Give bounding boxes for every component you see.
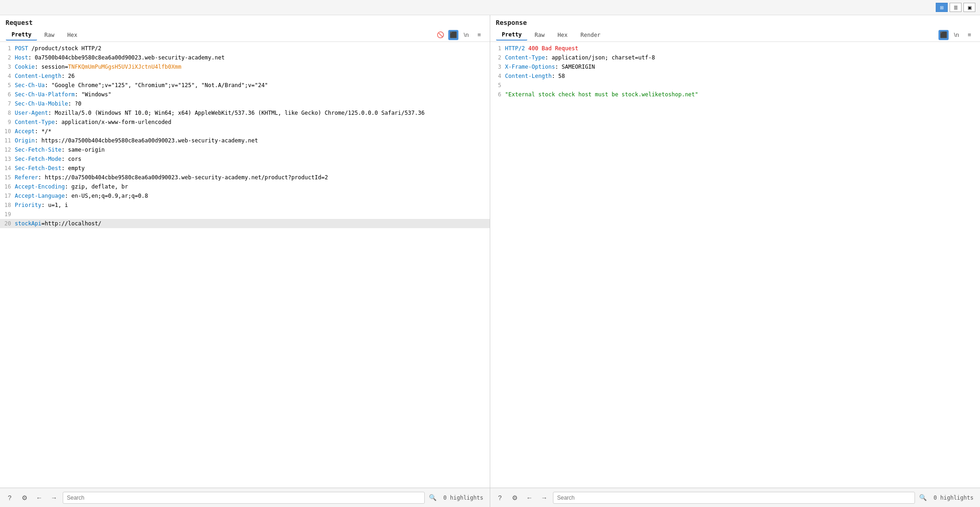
table-row: 2Host: 0a7500b404cbbe9580c8ea6a00d90023.… xyxy=(0,53,490,62)
response-tab-render[interactable]: Render xyxy=(575,29,606,41)
line-number: 20 xyxy=(2,219,15,228)
response-tab-hex[interactable]: Hex xyxy=(552,29,574,41)
request-search-btn[interactable]: 🔍 xyxy=(428,493,438,503)
split-view-btn[interactable]: ⊞ xyxy=(936,3,948,12)
response-search-input[interactable] xyxy=(553,492,915,504)
table-row: 15Referer: https://0a7500b404cbbe9580c8e… xyxy=(0,173,490,182)
table-row: 9Content-Type: application/x-www-form-ur… xyxy=(0,118,490,127)
line-number: 14 xyxy=(2,164,15,173)
request-tab-icons: 🚫 ⬛ \n ≡ xyxy=(435,30,484,40)
line-number: 8 xyxy=(2,108,15,118)
request-title: Request xyxy=(0,15,490,28)
line-content: Sec-Ch-Ua-Platform: "Windows" xyxy=(15,90,488,99)
table-row: 2Content-Type: application/json; charset… xyxy=(490,53,980,62)
line-number: 3 xyxy=(492,62,505,71)
response-search-btn[interactable]: 🔍 xyxy=(918,493,928,503)
grid-view-btn[interactable]: ▣ xyxy=(963,3,975,12)
response-menu-icon[interactable]: ≡ xyxy=(964,30,974,40)
response-panel: Response Pretty Raw Hex Render ⬛ \n ≡ 1H… xyxy=(490,15,980,488)
line-content: Accept-Encoding: gzip, deflate, br xyxy=(15,182,488,191)
request-newline-icon[interactable]: \n xyxy=(461,30,471,40)
line-content: Sec-Ch-Ua: "Google Chrome";v="125", "Chr… xyxy=(15,81,488,90)
table-row: 16Accept-Encoding: gzip, deflate, br xyxy=(0,182,490,191)
line-content: stockApi=http://localhost/ xyxy=(15,219,488,228)
request-help-btn[interactable]: ? xyxy=(4,492,16,504)
request-code-area: 1POST /product/stock HTTP/22Host: 0a7500… xyxy=(0,42,490,488)
line-number: 17 xyxy=(2,191,15,200)
line-number: 18 xyxy=(2,200,15,210)
line-content: Accept-Language: en-US,en;q=0.9,ar;q=0.8 xyxy=(15,191,488,200)
line-content: Sec-Fetch-Site: same-origin xyxy=(15,145,488,154)
request-tab-bar: Pretty Raw Hex 🚫 ⬛ \n ≡ xyxy=(0,28,490,42)
response-tab-pretty[interactable]: Pretty xyxy=(496,29,528,41)
request-back-btn[interactable]: ← xyxy=(33,492,45,504)
table-row: 1POST /product/stock HTTP/2 xyxy=(0,44,490,53)
response-newline-icon[interactable]: \n xyxy=(951,30,962,40)
line-content: Cookie: session=TNFKQmUmPuMGgsH5UVJiXJct… xyxy=(15,62,488,71)
request-highlights-badge: 0 highlights xyxy=(440,495,486,501)
response-body-icon[interactable]: ⬛ xyxy=(938,30,949,40)
line-number: 4 xyxy=(492,71,505,81)
response-forward-btn[interactable]: → xyxy=(538,492,550,504)
line-number: 6 xyxy=(2,90,15,99)
line-number: 13 xyxy=(2,154,15,164)
line-number: 4 xyxy=(2,71,15,81)
request-forward-btn[interactable]: → xyxy=(48,492,60,504)
table-row: 4Content-Length: 26 xyxy=(0,71,490,81)
line-content: Accept: */* xyxy=(15,127,488,136)
line-content: "External stock check host must be stock… xyxy=(505,90,978,99)
line-content: X-Frame-Options: SAMEORIGIN xyxy=(505,62,978,71)
request-disable-icon[interactable]: 🚫 xyxy=(435,30,445,40)
line-number: 1 xyxy=(2,44,15,53)
line-content: Referer: https://0a7500b404cbbe9580c8ea6… xyxy=(15,173,488,182)
line-number: 7 xyxy=(2,99,15,108)
table-row: 14Sec-Fetch-Dest: empty xyxy=(0,164,490,173)
line-number: 1 xyxy=(492,44,505,53)
request-menu-icon[interactable]: ≡ xyxy=(474,30,484,40)
line-number: 2 xyxy=(2,53,15,62)
request-body-icon[interactable]: ⬛ xyxy=(448,30,458,40)
list-view-btn[interactable]: ☰ xyxy=(950,3,962,12)
response-help-btn[interactable]: ? xyxy=(494,492,506,504)
response-title: Response xyxy=(490,15,980,28)
line-number: 9 xyxy=(2,118,15,127)
table-row: 19 xyxy=(0,210,490,219)
response-tab-bar: Pretty Raw Hex Render ⬛ \n ≡ xyxy=(490,28,980,42)
response-settings-btn[interactable]: ⚙ xyxy=(509,492,521,504)
table-row: 5Sec-Ch-Ua: "Google Chrome";v="125", "Ch… xyxy=(0,81,490,90)
table-row: 7Sec-Ch-Ua-Mobile: ?0 xyxy=(0,99,490,108)
line-number: 19 xyxy=(2,210,15,219)
response-bottom-panel: ? ⚙ ← → 🔍 0 highlights xyxy=(490,488,980,507)
panels-container: Request Pretty Raw Hex 🚫 ⬛ \n ≡ 1POST /p… xyxy=(0,15,980,488)
line-content: Sec-Fetch-Mode: cors xyxy=(15,154,488,164)
request-bottom-panel: ? ⚙ ← → 🔍 0 highlights xyxy=(0,488,490,507)
line-content: Content-Type: application/x-www-form-url… xyxy=(15,118,488,127)
request-tab-raw[interactable]: Raw xyxy=(38,29,60,41)
response-code-area: 1HTTP/2 400 Bad Request2Content-Type: ap… xyxy=(490,42,980,488)
table-row: 3Cookie: session=TNFKQmUmPuMGgsH5UVJiXJc… xyxy=(0,62,490,71)
response-back-btn[interactable]: ← xyxy=(523,492,535,504)
line-content: Content-Length: 58 xyxy=(505,71,978,81)
table-row: 6Sec-Ch-Ua-Platform: "Windows" xyxy=(0,90,490,99)
request-tab-hex[interactable]: Hex xyxy=(61,29,83,41)
table-row: 20stockApi=http://localhost/ xyxy=(0,219,490,228)
response-tab-icons: ⬛ \n ≡ xyxy=(938,30,974,40)
table-row: 18Priority: u=1, i xyxy=(0,200,490,210)
table-row: 3X-Frame-Options: SAMEORIGIN xyxy=(490,62,980,71)
table-row: 17Accept-Language: en-US,en;q=0.9,ar;q=0… xyxy=(0,191,490,200)
line-number: 12 xyxy=(2,145,15,154)
line-content: POST /product/stock HTTP/2 xyxy=(15,44,488,53)
line-number: 10 xyxy=(2,127,15,136)
top-bar: ⊞ ☰ ▣ xyxy=(0,0,980,15)
request-settings-btn[interactable]: ⚙ xyxy=(18,492,30,504)
line-number: 6 xyxy=(492,90,505,99)
table-row: 5 xyxy=(490,81,980,90)
response-highlights-badge: 0 highlights xyxy=(931,495,976,501)
request-tab-pretty[interactable]: Pretty xyxy=(6,29,37,41)
table-row: 1HTTP/2 400 Bad Request xyxy=(490,44,980,53)
request-search-input[interactable] xyxy=(63,492,425,504)
line-number: 15 xyxy=(2,173,15,182)
bottom-bar: ? ⚙ ← → 🔍 0 highlights ? ⚙ ← → 🔍 0 highl… xyxy=(0,488,980,507)
line-content: Origin: https://0a7500b404cbbe9580c8ea6a… xyxy=(15,136,488,145)
response-tab-raw[interactable]: Raw xyxy=(529,29,551,41)
